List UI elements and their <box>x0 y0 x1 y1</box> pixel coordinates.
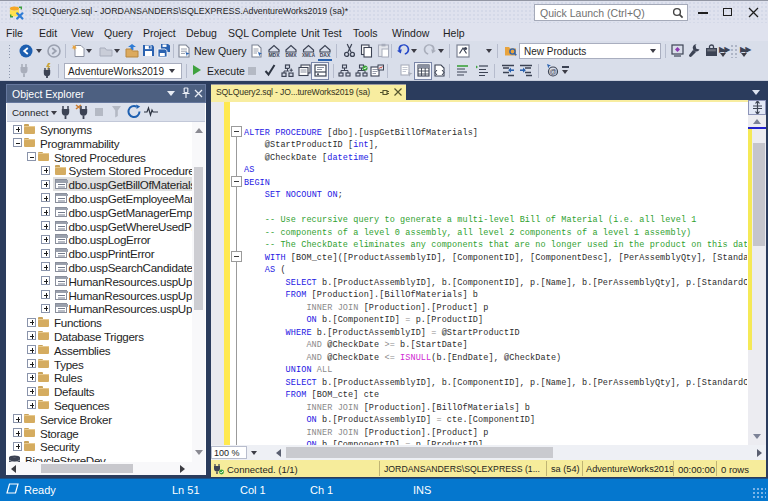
svg-text:DAX: DAX <box>320 52 331 58</box>
svg-text:XMLA: XMLA <box>302 53 316 58</box>
svg-text:MDX: MDX <box>268 52 280 58</box>
svg-text:@: @ <box>549 68 556 75</box>
svg-text:DMX: DMX <box>285 52 297 58</box>
